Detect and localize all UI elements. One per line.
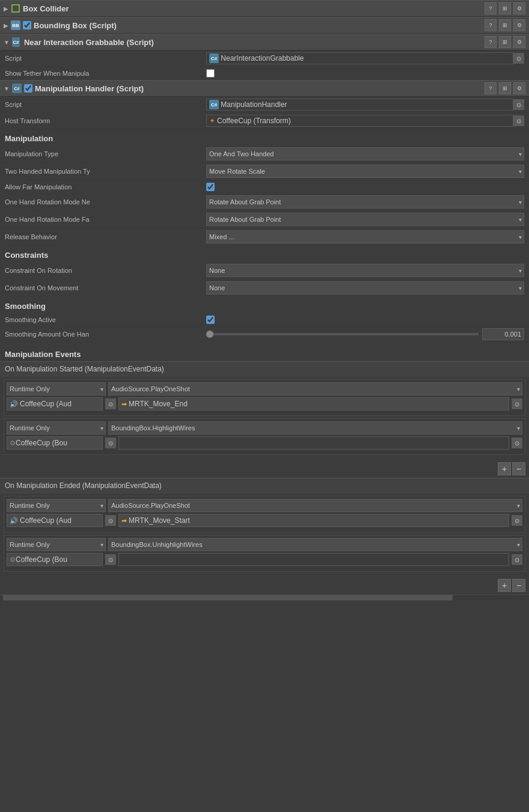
two-handed-type-row: Two Handed Manipulation Ty Move Rotate S… (0, 163, 529, 180)
smoothing-amount-slider-container (206, 328, 524, 340)
on-manipulation-ended-body: Runtime Only Off Editor And Runtime Audi… (0, 493, 529, 576)
near-interaction-help-btn[interactable]: ? (485, 36, 497, 48)
on-ended-remove-btn[interactable]: − (512, 579, 525, 592)
manipulation-handler-collapse[interactable]: ▼ (4, 85, 10, 92)
manipulation-handler-settings-btn[interactable]: ⚙ (513, 82, 525, 94)
on-ended-entry-1-method-dot-btn[interactable]: ⊙ (512, 515, 522, 526)
constraint-movement-select[interactable]: None Fix Axis X Fix Axis Y Fix Axis Z (206, 281, 524, 295)
on-started-entry-2-method-select[interactable]: BoundingBox.HighlightWires (108, 421, 522, 435)
on-started-pm-row: + − (0, 460, 529, 478)
on-started-entry-1-method-dot-btn[interactable]: ⊙ (512, 398, 522, 409)
box-collider-expand-btn[interactable]: ⊞ (499, 2, 511, 14)
near-interaction-tether-row: Show Tether When Manipula (0, 67, 529, 80)
release-behavior-label: Release Behavior (5, 233, 206, 240)
constraint-rotation-select[interactable]: None X Axis Only Y Axis Only Z Axis Only (206, 264, 524, 277)
manip-type-select[interactable]: One Handed Only One And Two Handed Two H… (206, 147, 524, 160)
on-ended-entry-2-gear-icon: ⚙ (10, 556, 16, 564)
near-interaction-script-field[interactable]: C# NearInteractionGrabbable (206, 52, 513, 64)
on-ended-entry-1-obj-dot-btn[interactable]: ⊙ (105, 515, 116, 526)
manip-host-transform-field[interactable]: ✦ CoffeeCup (Transform) (206, 115, 513, 127)
allow-far-manipulation-checkbox[interactable] (206, 183, 215, 191)
on-ended-entry-1-runtime-wrapper: Runtime Only Off Editor And Runtime (7, 499, 106, 512)
one-hand-near-select[interactable]: Rotate About Grab Point Rotate About Obj… (206, 195, 524, 209)
box-collider-title: Box Collider (23, 4, 485, 13)
bounding-box-header: ▶ BB Bounding Box (Script) ? ⊞ ⚙ (0, 17, 529, 34)
manip-host-transform-dot-btn[interactable]: ⊙ (513, 115, 524, 126)
on-ended-entry-1-arrow-icon: ➡ (121, 517, 127, 525)
on-ended-entry-1-method-select[interactable]: AudioSource.PlayOneShot (108, 499, 522, 512)
box-collider-collapse[interactable]: ▶ (4, 5, 8, 12)
manip-script-label: Script (5, 101, 206, 108)
on-ended-entry-1-obj[interactable]: 🔊 CoffeeCup (Aud (7, 514, 103, 527)
manipulation-group-label: Manipulation (0, 129, 529, 145)
near-interaction-script-label: Script (5, 55, 206, 62)
on-started-entry-1-speaker-icon: 🔊 (10, 400, 18, 408)
manip-type-select-wrapper: One Handed Only One And Two Handed Two H… (206, 147, 524, 160)
near-interaction-csharp-icon: C# (209, 53, 219, 63)
on-ended-entry-2-method-select[interactable]: BoundingBox.UnhighlightWires (108, 538, 522, 551)
on-ended-entry-1-runtime-select[interactable]: Runtime Only Off Editor And Runtime (7, 499, 106, 512)
manipulation-handler-help-btn[interactable]: ? (485, 82, 497, 94)
one-hand-far-select-wrapper: Rotate About Grab Point Rotate About Obj… (206, 213, 524, 226)
manip-host-transform-row: Host Transform ✦ CoffeeCup (Transform) ⊙ (0, 113, 529, 129)
on-started-entry-1-runtime-select[interactable]: Runtime Only Off Editor And Runtime (7, 382, 106, 395)
on-started-remove-btn[interactable]: − (512, 462, 525, 475)
box-collider-icon (11, 4, 20, 13)
smoothing-amount-row: Smoothing Amount One Han (0, 326, 529, 343)
bounding-box-expand-btn[interactable]: ⊞ (499, 19, 511, 31)
on-ended-entry-2-method-dot-btn[interactable]: ⊙ (512, 554, 522, 565)
bounding-box-settings-btn[interactable]: ⚙ (513, 19, 525, 31)
on-started-entry-2-obj[interactable]: ⚙ CoffeeCup (Bou (7, 436, 103, 450)
two-handed-type-select[interactable]: Move Rotate Scale Move Scale Rotate Scal… (206, 165, 524, 178)
manipulation-handler-header-icons: ? ⊞ ⚙ (485, 82, 525, 94)
smoothing-active-label: Smoothing Active (5, 316, 206, 323)
near-interaction-header-icons: ? ⊞ ⚙ (485, 36, 525, 48)
bounding-box-header-icons: ? ⊞ ⚙ (485, 19, 525, 31)
on-ended-entry-2-obj-dot-btn[interactable]: ⊙ (105, 554, 116, 565)
smoothing-active-checkbox[interactable] (206, 316, 215, 324)
near-interaction-expand-btn[interactable]: ⊞ (499, 36, 511, 48)
on-started-entry-1-method-obj[interactable]: ➡ MRTK_Move_End (118, 397, 509, 411)
smoothing-amount-value-input[interactable] (482, 328, 524, 340)
horizontal-scrollbar[interactable] (0, 594, 529, 600)
on-started-entry-2-method-dot-btn[interactable]: ⊙ (512, 438, 522, 448)
on-started-entry-1-obj[interactable]: 🔊 CoffeeCup (Aud (7, 397, 103, 411)
two-handed-type-label: Two Handed Manipulation Ty (5, 168, 206, 175)
near-interaction-collapse[interactable]: ▼ (4, 39, 10, 46)
bounding-box-enabled-checkbox[interactable] (23, 21, 31, 29)
near-interaction-icon: C# (12, 37, 22, 47)
on-started-entry-1-obj-label: CoffeeCup (Aud (20, 400, 72, 408)
on-ended-pm-row: + − (0, 576, 529, 594)
near-interaction-body: Script C# NearInteractionGrabbable ⊙ Sho… (0, 50, 529, 80)
on-started-entry-1-method-select[interactable]: AudioSource.PlayOneShot (108, 382, 522, 395)
near-interaction-settings-btn[interactable]: ⚙ (513, 36, 525, 48)
manip-script-value: ManipulationHandler (221, 100, 287, 109)
on-started-entry-2-obj-dot-btn[interactable]: ⊙ (105, 438, 116, 448)
svg-rect-0 (12, 5, 19, 12)
smoothing-amount-slider[interactable] (206, 333, 479, 335)
on-ended-entry-1-method-obj[interactable]: ➡ MRTK_Move_Start (118, 514, 509, 527)
on-started-entry-2: Runtime Only Off Editor And Runtime Boun… (4, 418, 525, 455)
one-hand-far-select[interactable]: Rotate About Grab Point Rotate About Obj… (206, 213, 524, 226)
on-ended-entry-1-speaker-icon: 🔊 (10, 517, 18, 525)
box-collider-help-btn[interactable]: ? (485, 2, 497, 14)
manipulation-handler-enabled-checkbox[interactable] (24, 84, 32, 93)
on-started-entry-2-runtime-select[interactable]: Runtime Only Off Editor And Runtime (7, 421, 106, 435)
near-interaction-script-dot-btn[interactable]: ⊙ (513, 53, 524, 64)
release-behavior-select[interactable]: Nothing Everything Keep Velocity Keep An… (206, 230, 524, 243)
bounding-box-help-btn[interactable]: ? (485, 19, 497, 31)
on-ended-entry-2-runtime-select[interactable]: Runtime Only Off Editor And Runtime (7, 538, 106, 551)
on-ended-add-btn[interactable]: + (498, 579, 511, 592)
box-collider-header-icons: ? ⊞ ⚙ (485, 2, 525, 14)
manip-script-dot-btn[interactable]: ⊙ (513, 99, 524, 110)
near-interaction-tether-checkbox[interactable] (206, 69, 215, 78)
on-started-add-btn[interactable]: + (498, 462, 511, 475)
box-collider-settings-btn[interactable]: ⚙ (513, 2, 525, 14)
on-started-entry-1-obj-dot-btn[interactable]: ⊙ (105, 398, 116, 409)
bounding-box-collapse[interactable]: ▶ (4, 22, 8, 29)
manip-script-field[interactable]: C# ManipulationHandler (206, 99, 513, 111)
on-ended-entry-2-obj[interactable]: ⚙ CoffeeCup (Bou (7, 553, 103, 566)
manipulation-handler-expand-btn[interactable]: ⊞ (499, 82, 511, 94)
constraint-rotation-label: Constraint On Rotation (5, 267, 206, 274)
constraints-group-label: Constraints (0, 246, 529, 262)
